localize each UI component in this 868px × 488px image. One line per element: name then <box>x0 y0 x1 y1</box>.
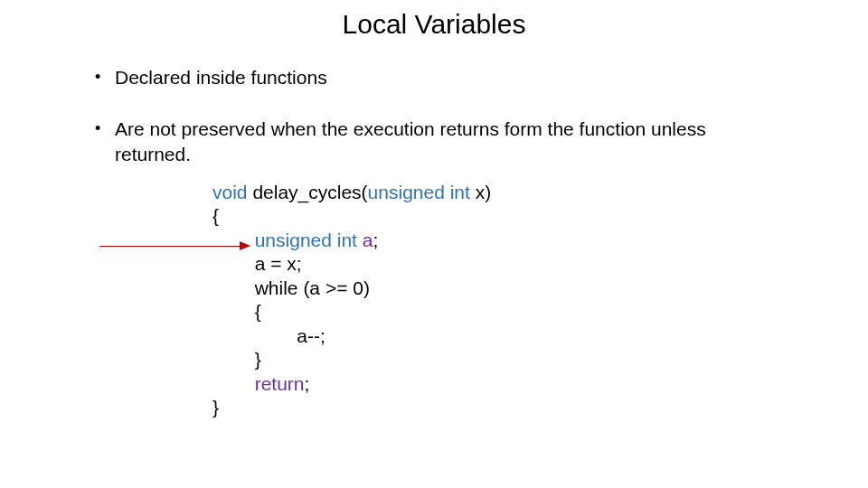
slide-title: Local Variables <box>0 9 868 40</box>
slide: Local Variables • Declared inside functi… <box>0 0 868 488</box>
code-line: return; <box>212 372 491 396</box>
code-line: a--; <box>212 324 491 348</box>
keyword-return: return <box>255 373 305 394</box>
bullet-dot-icon: • <box>95 117 115 140</box>
code-line: unsigned int a; <box>212 229 491 252</box>
bullet-dot-icon: • <box>95 65 115 89</box>
code-line: a = x; <box>212 252 491 276</box>
code-line: void delay_cycles(unsigned int x) <box>212 181 491 204</box>
bullet-item: • Declared inside functions <box>95 65 782 89</box>
bullet-text: Declared inside functions <box>115 65 782 89</box>
keyword-type: unsigned int <box>368 182 470 202</box>
code-block: void delay_cycles(unsigned int x) { unsi… <box>212 181 491 420</box>
keyword-type: unsigned int <box>255 230 357 250</box>
bullet-text: Are not preserved when the execution ret… <box>115 117 782 166</box>
code-line: { <box>212 300 491 324</box>
code-line: { <box>212 204 491 228</box>
keyword-void: void <box>212 182 248 202</box>
code-line: } <box>212 348 491 371</box>
code-line: while (a >= 0) <box>212 277 491 300</box>
function-name: delay_cycles <box>252 182 361 202</box>
code-line: } <box>212 396 491 419</box>
bullet-item: • Are not preserved when the execution r… <box>95 117 782 166</box>
bullet-list: • Declared inside functions • Are not pr… <box>95 65 782 193</box>
variable-a: a <box>357 230 373 250</box>
